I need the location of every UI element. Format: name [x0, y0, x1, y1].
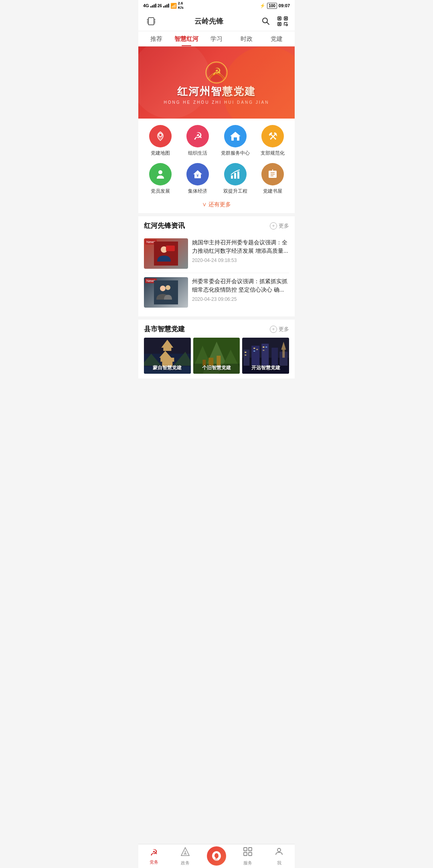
icon-label-service-center: 党群服务中心 — [221, 150, 250, 157]
news-section-header: 红河先锋资讯 + 更多 — [144, 221, 289, 230]
county-more-button[interactable]: + 更多 — [270, 326, 289, 333]
icon-label-dual-upgrade: 双提升工程 — [223, 188, 247, 195]
county-item-kaiyuan[interactable]: 开远智慧党建 — [242, 338, 289, 374]
more-circle-icon: + — [270, 222, 277, 230]
svg-rect-75 — [254, 348, 255, 349]
svg-rect-79 — [266, 346, 267, 348]
org-life-circle: ☭ — [186, 125, 209, 147]
search-icon[interactable] — [260, 16, 271, 27]
county-grid: 蒙自智慧党建 个旧智慧党建 — [144, 338, 289, 374]
signal-bars-1 — [150, 4, 156, 8]
svg-text:¥: ¥ — [196, 173, 199, 178]
status-bar: 4G 26 📶 2.6K/s ⚡ 100 09:07 — [138, 0, 295, 11]
svg-marker-27 — [230, 132, 241, 136]
tab-politics[interactable]: 时政 — [231, 31, 261, 46]
svg-rect-35 — [234, 173, 236, 179]
svg-rect-10 — [279, 18, 280, 19]
svg-text:☭: ☭ — [212, 66, 221, 78]
news-time-2: 2020-04-23 09:06:25 — [192, 296, 289, 302]
party-map-circle — [149, 125, 172, 147]
news-time-1: 2020-04-24 09:18:53 — [192, 258, 289, 263]
signal-26: 26 — [158, 4, 162, 8]
svg-rect-70 — [262, 344, 269, 366]
icon-grid: 党建地图 ☭ 组织生活 党群服务中心 — [142, 125, 291, 195]
wifi-icon: 📶 — [170, 3, 177, 9]
icon-org-life[interactable]: ☭ 组织生活 — [179, 125, 217, 157]
icon-grid-section: 党建地图 ☭ 组织生活 党群服务中心 — [138, 119, 295, 213]
header-actions — [260, 16, 288, 27]
news-thumb-1: News — [144, 238, 188, 269]
tab-zhihui-honghe[interactable]: 智慧红河 — [172, 31, 202, 46]
news-content-1: 姚国华主持召开州委专题会议强调：全力推动红河数字经济发展 增添高质量... 20… — [192, 238, 289, 269]
tab-party-building[interactable]: 党建 — [261, 31, 291, 46]
svg-rect-76 — [254, 350, 255, 352]
svg-rect-14 — [279, 23, 280, 25]
app-header: 云岭先锋 — [138, 11, 295, 31]
status-right: ⚡ 100 09:07 — [260, 3, 290, 9]
svg-rect-74 — [245, 354, 247, 356]
member-dev-circle: ⚒ — [149, 163, 172, 185]
icon-member-dev[interactable]: ⚒ 党员发展 — [142, 163, 179, 195]
svg-rect-53 — [160, 358, 174, 362]
svg-rect-69 — [252, 346, 260, 366]
see-more-button[interactable]: ∨ 还有更多 — [142, 198, 291, 210]
news-section: 红河先锋资讯 + 更多 News 姚国华主持召开州 — [138, 216, 295, 316]
news-item-1[interactable]: News 姚国华主持召开州委专题会议强调：全力推动红河数字经济发展 增添高质量.… — [144, 234, 289, 273]
news-more-label: 更多 — [279, 222, 289, 230]
svg-rect-82 — [283, 350, 285, 358]
tab-recommend[interactable]: 推荐 — [142, 31, 172, 46]
tab-study[interactable]: 学习 — [202, 31, 232, 46]
svg-point-46 — [160, 286, 166, 291]
county-label-kaiyuan: 开远智慧党建 — [242, 365, 289, 371]
county-section-title: 县市智慧党建 — [144, 324, 185, 334]
county-item-gejiu[interactable]: 个旧智慧党建 — [193, 338, 240, 374]
svg-rect-68 — [244, 350, 250, 366]
app-title: 云岭先锋 — [194, 16, 223, 26]
county-more-circle-icon: + — [270, 326, 277, 333]
news-content-2: 州委常委会召开会议强调：抓紧抓实抓细常态化疫情防控 坚定信心决心 确... 20… — [192, 277, 289, 308]
svg-rect-45 — [154, 280, 178, 304]
svg-rect-80 — [263, 350, 265, 351]
news-person-1 — [144, 238, 188, 269]
icon-branch-standard[interactable]: ⚒ 支部规范化 — [254, 125, 292, 157]
phone-vibrate-icon[interactable] — [145, 15, 158, 28]
icon-label-party-map: 党建地图 — [151, 150, 170, 157]
icon-service-center[interactable]: 党群服务中心 — [216, 125, 254, 157]
icon-party-bookstore[interactable]: 党建书屋 — [254, 163, 292, 195]
icon-collective-economy[interactable]: ¥ 集体经济 — [179, 163, 217, 195]
branch-standard-circle: ⚒ — [261, 125, 284, 147]
icon-label-party-bookstore: 党建书屋 — [263, 188, 282, 195]
scan-icon[interactable] — [277, 16, 288, 27]
news-title-1: 姚国华主持召开州委专题会议强调：全力推动红河数字经济发展 增添高质量... — [192, 238, 289, 255]
news-section-title: 红河先锋资讯 — [144, 221, 185, 230]
svg-point-25 — [159, 134, 162, 136]
news-person-2 — [144, 277, 188, 308]
collective-economy-circle: ¥ — [186, 163, 209, 185]
svg-rect-28 — [234, 137, 237, 141]
county-label-mengzi: 蒙自智慧党建 — [144, 365, 191, 371]
svg-point-47 — [166, 285, 170, 290]
news-item-2[interactable]: News 州委常委会召开会议强调：抓紧抓实抓细常态化疫情防控 坚定信心决心 确.… — [144, 273, 289, 312]
county-label-gejiu: 个旧智慧党建 — [193, 365, 240, 371]
icon-dual-upgrade[interactable]: 双提升工程 — [216, 163, 254, 195]
signal-bars-2 — [163, 4, 169, 8]
svg-rect-71 — [272, 348, 278, 366]
service-center-circle — [224, 125, 247, 147]
icon-party-map[interactable]: 党建地图 — [142, 125, 179, 157]
party-bookstore-circle — [261, 163, 284, 185]
svg-rect-51 — [163, 348, 171, 351]
svg-rect-44 — [166, 246, 175, 251]
svg-text:⚒: ⚒ — [162, 173, 165, 177]
dual-upgrade-circle — [224, 163, 247, 185]
icon-label-collective-economy: 集体经济 — [188, 188, 207, 195]
county-item-mengzi[interactable]: 蒙自智慧党建 — [144, 338, 191, 374]
svg-rect-34 — [231, 175, 233, 179]
icon-label-org-life: 组织生活 — [188, 150, 207, 157]
svg-rect-77 — [257, 349, 258, 350]
county-more-label: 更多 — [279, 326, 289, 333]
icon-label-member-dev: 党员发展 — [151, 188, 170, 195]
svg-rect-12 — [285, 18, 287, 19]
news-more-button[interactable]: + 更多 — [270, 222, 289, 230]
nav-tabs: 推荐 智慧红河 学习 时政 党建 — [138, 31, 295, 46]
icon-label-branch-standard: 支部规范化 — [261, 150, 285, 157]
